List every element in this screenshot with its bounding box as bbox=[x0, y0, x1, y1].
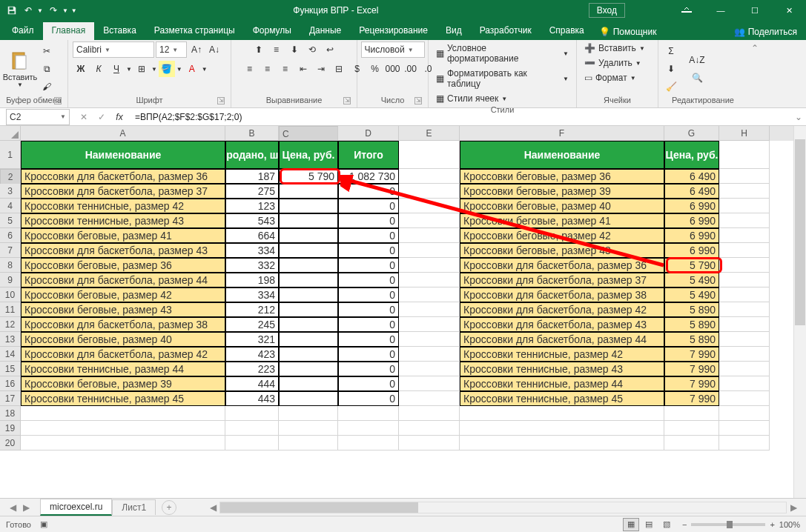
cell[interactable]: 6 990 bbox=[664, 199, 719, 213]
cell[interactable] bbox=[399, 243, 460, 258]
align-left-button[interactable]: ≡ bbox=[242, 61, 258, 77]
cell[interactable] bbox=[719, 436, 770, 450]
align-middle-button[interactable]: ≡ bbox=[268, 41, 285, 58]
tab-review[interactable]: Рецензирование bbox=[350, 22, 437, 40]
cell[interactable]: 187 bbox=[225, 169, 279, 184]
currency-button[interactable]: $ bbox=[349, 61, 366, 77]
cell[interactable]: 6 990 bbox=[664, 243, 719, 258]
cell[interactable] bbox=[279, 287, 338, 302]
font-size-select[interactable]: 12▼ bbox=[156, 41, 187, 58]
cell[interactable]: Кроссовки теннисные, размер 45 bbox=[21, 391, 225, 406]
align-right-button[interactable]: ≡ bbox=[277, 61, 294, 77]
cell[interactable]: Наименование bbox=[460, 141, 664, 169]
cell[interactable]: 0 bbox=[338, 332, 399, 347]
format-cells-button[interactable]: ▭Формат ▼ bbox=[581, 71, 639, 84]
cell[interactable] bbox=[279, 258, 338, 273]
cell[interactable]: 5 790 bbox=[664, 258, 719, 273]
cell[interactable]: Кроссовки беговые, размер 41 bbox=[460, 213, 664, 228]
cell[interactable] bbox=[399, 391, 460, 406]
undo-dropdown-icon[interactable]: ▼ bbox=[37, 7, 43, 14]
cell[interactable] bbox=[719, 376, 770, 391]
cell[interactable] bbox=[719, 287, 770, 302]
decrease-font-button[interactable]: A↓ bbox=[206, 41, 222, 58]
sheet-nav-next[interactable]: ▶ bbox=[19, 502, 33, 513]
cell[interactable]: 423 bbox=[225, 347, 279, 362]
cell[interactable]: 6 490 bbox=[664, 169, 719, 184]
accept-formula-button[interactable]: ✓ bbox=[93, 109, 110, 125]
cell[interactable]: 123 bbox=[225, 199, 279, 213]
cell[interactable]: 0 bbox=[338, 287, 399, 302]
cell[interactable] bbox=[279, 199, 338, 213]
select-all-corner[interactable] bbox=[0, 126, 21, 141]
cell[interactable] bbox=[460, 406, 664, 421]
cell[interactable] bbox=[279, 421, 338, 436]
cell[interactable]: Кроссовки для баскетбола, размер 36 bbox=[460, 258, 664, 273]
cell[interactable]: Кроссовки для баскетбола, размер 42 bbox=[460, 302, 664, 317]
merge-button[interactable]: ⊟ bbox=[331, 61, 347, 77]
tab-view[interactable]: Вид bbox=[437, 22, 471, 40]
cell[interactable]: 0 bbox=[338, 258, 399, 273]
cell[interactable]: 0 bbox=[338, 302, 399, 317]
cell[interactable] bbox=[719, 391, 770, 406]
insert-function-button[interactable]: fx bbox=[111, 109, 128, 125]
cell[interactable]: 7 990 bbox=[664, 347, 719, 362]
cell[interactable] bbox=[719, 243, 770, 258]
font-expand-icon[interactable]: ⇲ bbox=[217, 97, 225, 104]
tab-home[interactable]: Главная bbox=[43, 22, 95, 40]
sheet-tab-2[interactable]: Лист1 bbox=[112, 499, 156, 515]
cell[interactable]: 0 bbox=[338, 199, 399, 213]
cell[interactable] bbox=[719, 421, 770, 436]
cell[interactable]: 444 bbox=[225, 376, 279, 391]
row-header[interactable]: 13 bbox=[0, 332, 21, 347]
cell[interactable]: Кроссовки беговые, размер 42 bbox=[21, 287, 225, 302]
row-header[interactable]: 11 bbox=[0, 302, 21, 317]
tab-page-layout[interactable]: Разметка страницы bbox=[145, 22, 244, 40]
cell[interactable]: Итого bbox=[338, 141, 399, 169]
col-header-d[interactable]: D bbox=[338, 126, 399, 141]
fill-dropdown[interactable]: ▼ bbox=[176, 66, 182, 73]
cell[interactable] bbox=[719, 169, 770, 184]
col-header-h[interactable]: H bbox=[719, 126, 770, 141]
col-header-a[interactable]: A bbox=[21, 126, 225, 141]
cell[interactable]: 332 bbox=[225, 258, 279, 273]
cell[interactable] bbox=[719, 332, 770, 347]
conditional-formatting-button[interactable]: ▦Условное форматирование ▼ bbox=[433, 41, 572, 65]
cell[interactable]: 334 bbox=[225, 287, 279, 302]
tab-help[interactable]: Справка bbox=[541, 22, 593, 40]
cancel-formula-button[interactable]: ✕ bbox=[76, 109, 92, 125]
cell[interactable]: Кроссовки беговые, размер 40 bbox=[460, 199, 664, 213]
bold-button[interactable]: Ж bbox=[73, 61, 89, 77]
cell[interactable]: Кроссовки теннисные, размер 43 bbox=[460, 362, 664, 376]
cell[interactable] bbox=[399, 184, 460, 199]
cell[interactable]: 1 082 730 bbox=[338, 169, 399, 184]
minimize-button[interactable]: — bbox=[704, 0, 738, 21]
row-header[interactable]: 1 bbox=[0, 141, 21, 169]
row-header[interactable]: 12 bbox=[0, 317, 21, 332]
row-header[interactable]: 7 bbox=[0, 243, 21, 258]
cell[interactable] bbox=[399, 436, 460, 450]
cell[interactable]: Кроссовки для баскетбола, размер 37 bbox=[460, 273, 664, 287]
cell[interactable] bbox=[21, 421, 225, 436]
cell[interactable]: 443 bbox=[225, 391, 279, 406]
cell[interactable] bbox=[279, 184, 338, 199]
cell[interactable]: Кроссовки беговые, размер 36 bbox=[460, 169, 664, 184]
cell[interactable] bbox=[399, 376, 460, 391]
align-center-button[interactable]: ≡ bbox=[260, 61, 276, 77]
cell[interactable] bbox=[279, 376, 338, 391]
cell[interactable]: 543 bbox=[225, 213, 279, 228]
row-header[interactable]: 9 bbox=[0, 273, 21, 287]
cell[interactable] bbox=[460, 421, 664, 436]
cell[interactable]: 0 bbox=[338, 391, 399, 406]
login-button[interactable]: Вход bbox=[589, 3, 625, 18]
macro-record-icon[interactable]: ▣ bbox=[40, 519, 47, 529]
cell[interactable]: 0 bbox=[338, 362, 399, 376]
hscroll-right[interactable]: ▶ bbox=[787, 502, 800, 513]
cell[interactable] bbox=[719, 406, 770, 421]
cell[interactable] bbox=[719, 302, 770, 317]
cell[interactable] bbox=[399, 273, 460, 287]
cell[interactable] bbox=[225, 421, 279, 436]
cell[interactable] bbox=[225, 406, 279, 421]
cell[interactable]: 7 990 bbox=[664, 376, 719, 391]
page-break-view-button[interactable]: ▧ bbox=[658, 518, 675, 531]
sort-filter-button[interactable]: A↓Z bbox=[687, 52, 707, 68]
